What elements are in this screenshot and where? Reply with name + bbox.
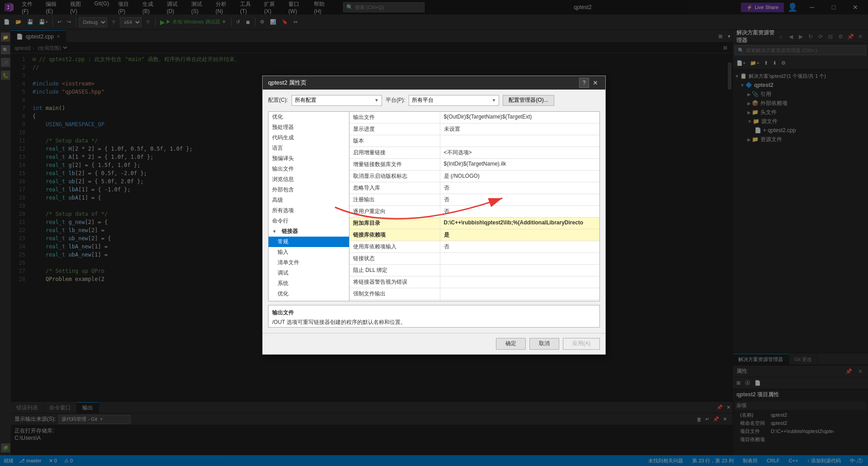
prop-name-cell: 显示进度 <box>349 123 440 135</box>
properties-dialog: qptest2 属性页 ? ✕ 配置(C): 所有配置 ▼ 平台(P): 所有平… <box>262 76 606 355</box>
prop-name-cell: 版本 <box>349 135 440 147</box>
modal-tree-allopts[interactable]: 所有选项 <box>269 205 349 216</box>
modal-tree-linker-idl[interactable]: 嵌入的 IDL <box>269 299 349 301</box>
modal-tree-linker-general[interactable]: 常规 <box>269 237 349 247</box>
modal-tree-outputfile[interactable]: 输出文件 <box>269 164 349 174</box>
modal-title: qptest2 属性页 <box>268 79 307 87</box>
config-mgr-btn[interactable]: 配置管理器(O)... <box>503 95 554 106</box>
prop-row-0: 输出文件 $(OutDir)$(TargetName)$(TargetExt) <box>349 112 599 124</box>
prop-name-cell: 使用库依赖项输入 <box>349 241 440 252</box>
prop-name-cell: 链接状态 <box>349 252 440 264</box>
prop-name-cell: 链接库依赖项 <box>349 229 440 241</box>
prop-row-2: 版本 <box>349 135 599 147</box>
tree-item-label: 输入 <box>278 248 288 256</box>
modal-cancel-btn[interactable]: 取消 <box>529 338 559 350</box>
desc-text: /OUT 选项可重写链接器创建的程序的默认名称和位置。 <box>272 319 596 326</box>
tree-item-label: 链接器 <box>282 228 298 235</box>
prop-value-cell: 否 <box>440 205 599 217</box>
tree-item-label: 高级 <box>272 196 283 204</box>
prop-name-cell: 注册输出 <box>349 194 440 205</box>
prop-name-cell: 增量链接数据库文件 <box>349 158 440 170</box>
tree-item-label: 命令行 <box>272 217 288 225</box>
tree-item-label: 浏览信息 <box>272 176 294 183</box>
prop-value-cell: 否 <box>440 182 599 194</box>
prop-name-cell: 取消显示启动版权标志 <box>349 170 440 182</box>
modal-tree-optimize[interactable]: 优化 <box>269 112 349 122</box>
tree-item-label: 嵌入的 IDL <box>278 300 304 301</box>
modal-tree-linker-header[interactable]: ▼ 链接器 <box>269 226 349 237</box>
prop-row-13: 阻止 DLL 绑定 <box>349 264 599 276</box>
platform-dropdown[interactable]: 所有平台 ▼ <box>409 95 499 106</box>
tree-item-label: 系统 <box>278 280 288 287</box>
tree-item-label: 清单文件 <box>278 259 299 266</box>
prop-value-cell: <不同选项> <box>440 147 599 158</box>
tree-item-label: 外部包含 <box>272 186 294 194</box>
modal-props: 输出文件 $(OutDir)$(TargetName)$(TargetExt) … <box>349 111 600 301</box>
modal-main: 优化 预处理器 代码生成 语言 预编译头 输出文件 浏览信息 外部包含 高级 所… <box>268 111 600 301</box>
modal-tree-precompile[interactable]: 预编译头 <box>269 153 349 164</box>
prop-value-cell <box>440 135 599 147</box>
modal-close-btn[interactable]: ✕ <box>591 79 600 86</box>
prop-row-4: 增量链接数据库文件 $(IntDir)$(TargetName).ilk <box>349 158 599 170</box>
config-arrow: ▼ <box>374 98 379 103</box>
prop-name-cell: 忽略导入库 <box>349 182 440 194</box>
prop-row-15: 强制文件输出 <box>349 288 599 300</box>
modal-title-btns: ? ✕ <box>579 78 600 88</box>
modal-tree-linker-optimize[interactable]: 优化 <box>269 289 349 299</box>
modal-ok-btn[interactable]: 确定 <box>496 338 526 350</box>
prop-value-cell <box>440 288 599 300</box>
tree-item-label: 预编译头 <box>272 155 294 162</box>
modal-tree-codegen[interactable]: 代码生成 <box>269 133 349 143</box>
modal-help-btn[interactable]: ? <box>579 78 589 88</box>
modal-tree-advanced[interactable]: 高级 <box>269 195 349 205</box>
prop-name-cell: 附加库目录 <box>349 217 440 229</box>
platform-label: 平台(P): <box>386 96 405 104</box>
prop-row-8: 逐用户重定向 否 <box>349 205 599 217</box>
modal-tree-language[interactable]: 语言 <box>269 143 349 153</box>
tree-item-label: 所有选项 <box>272 207 294 214</box>
modal-tree-preprocessor[interactable]: 预处理器 <box>269 122 349 133</box>
modal-tree-linker-input[interactable]: 输入 <box>269 247 349 257</box>
modal-tree-linker-system[interactable]: 系统 <box>269 278 349 289</box>
modal-body: 配置(C): 所有配置 ▼ 平台(P): 所有平台 ▼ 配置管理器(O)... … <box>263 90 605 333</box>
modal-titlebar: qptest2 属性页 ? ✕ <box>263 76 605 90</box>
prop-name-cell: 逐用户重定向 <box>349 205 440 217</box>
prop-value-cell <box>440 252 599 264</box>
modal-tree-browse[interactable]: 浏览信息 <box>269 174 349 185</box>
modal-overlay: qptest2 属性页 ? ✕ 配置(C): 所有配置 ▼ 平台(P): 所有平… <box>0 0 868 466</box>
prop-name-cell: 将链接器警告视为错误 <box>349 276 440 288</box>
prop-name-cell: 启用增量链接 <box>349 147 440 158</box>
tree-item-label: 语言 <box>272 144 283 152</box>
tree-item-label: 常规 <box>278 238 288 246</box>
tree-item-label: 优化 <box>272 113 283 121</box>
prop-name-cell: 创建可热修补映像 <box>349 300 440 301</box>
modal-tree-extinclude[interactable]: 外部包含 <box>269 185 349 195</box>
prop-name-cell: 阻止 DLL 绑定 <box>349 264 440 276</box>
config-label: 配置(C): <box>268 96 288 104</box>
modal-tree: 优化 预处理器 代码生成 语言 预编译头 输出文件 浏览信息 外部包含 高级 所… <box>268 111 349 301</box>
config-dropdown[interactable]: 所有配置 ▼ <box>292 95 382 106</box>
prop-row-6: 忽略导入库 否 <box>349 182 599 194</box>
tree-item-label: 优化 <box>278 290 288 298</box>
prop-row-1: 显示进度 未设置 <box>349 123 599 135</box>
linker-arrow: ▼ <box>272 229 277 234</box>
prop-value-cell: 是 <box>440 229 599 241</box>
modal-tree-linker-manifest[interactable]: 清单文件 <box>269 257 349 268</box>
prop-row-14: 将链接器警告视为错误 <box>349 276 599 288</box>
prop-value-cell <box>440 300 599 301</box>
prop-row-11: 使用库依赖项输入 否 <box>349 241 599 252</box>
prop-row-3: 启用增量链接 <不同选项> <box>349 147 599 158</box>
modal-apply-btn[interactable]: 应用(A) <box>563 338 600 350</box>
desc-title: 输出文件 <box>272 309 596 317</box>
prop-value-cell: $(IntDir)$(TargetName).ilk <box>440 158 599 170</box>
prop-value-cell: 否 <box>440 194 599 205</box>
modal-tree-cmdline[interactable]: 命令行 <box>269 216 349 226</box>
tree-item-label: 输出文件 <box>272 165 294 173</box>
prop-row-16: 创建可热修补映像 <box>349 300 599 301</box>
prop-value-cell <box>440 264 599 276</box>
modal-tree-linker-debug[interactable]: 调试 <box>269 268 349 278</box>
prop-value-cell: 是 (/NOLOGO) <box>440 170 599 182</box>
prop-value-cell: 未设置 <box>440 123 599 135</box>
prop-row-12: 链接状态 <box>349 252 599 264</box>
prop-name-cell: 输出文件 <box>349 112 440 124</box>
